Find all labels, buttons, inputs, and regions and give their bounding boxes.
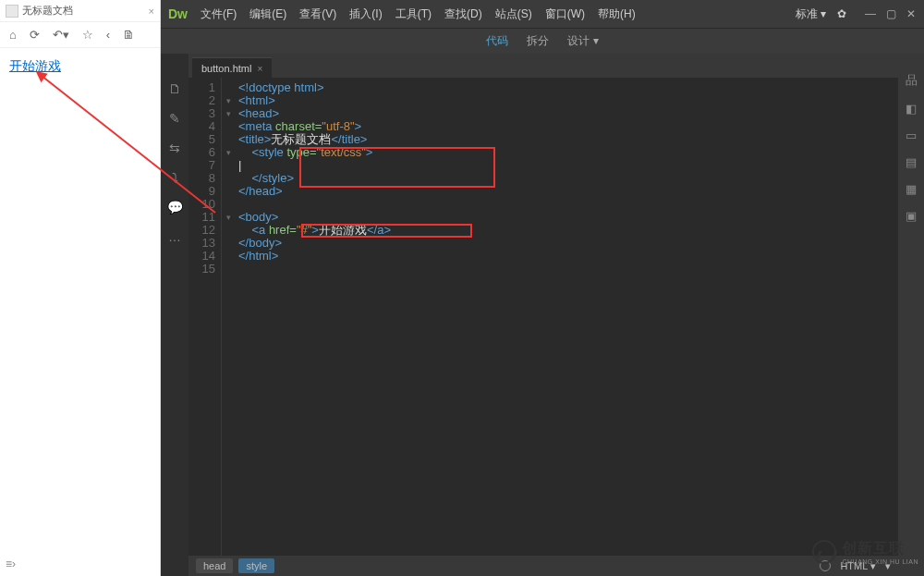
annotation-box-style bbox=[299, 147, 495, 188]
tab-label: button.html bbox=[201, 63, 251, 74]
menu-tools[interactable]: 工具(T) bbox=[395, 6, 432, 22]
annotation-box-anchor bbox=[301, 224, 472, 238]
preview-panel: 无标题文档 × ⌂ ⟳ ↶▾ ☆ ‹ 🗎 开始游戏 bbox=[0, 0, 161, 576]
code-editor: button.html × 123 456 789 101112 131415 … bbox=[188, 54, 898, 576]
edit-icon[interactable]: ✎ bbox=[169, 111, 180, 126]
panel-icon-1[interactable]: 品 bbox=[906, 72, 918, 89]
panel-icon-4[interactable]: ▤ bbox=[906, 155, 917, 169]
line-numbers: 123 456 789 101112 131415 bbox=[188, 78, 222, 556]
home-icon[interactable]: ⌂ bbox=[9, 28, 17, 42]
menu-help[interactable]: 帮助(H) bbox=[598, 6, 636, 22]
panel-icon-2[interactable]: ◧ bbox=[906, 102, 917, 116]
reload-icon[interactable]: ⟳ bbox=[30, 28, 40, 42]
close-icon[interactable]: × bbox=[149, 6, 154, 17]
left-toolbar: 🗋 ✎ ⇆ ⤵ 💬 … bbox=[161, 54, 188, 576]
preview-titlebar: 无标题文档 × bbox=[0, 0, 160, 22]
doc-icon[interactable]: 🗎 bbox=[123, 28, 135, 42]
gear-icon[interactable]: ✿ bbox=[837, 7, 846, 20]
preview-content: 开始游戏 bbox=[0, 48, 160, 84]
tab-close-icon[interactable]: × bbox=[257, 64, 262, 74]
wrap-icon[interactable]: ⤵ bbox=[172, 170, 178, 185]
dreamweaver-window: Dw 文件(F) 编辑(E) 查看(V) 插入(I) 工具(T) 查找(D) 站… bbox=[161, 0, 924, 576]
swap-icon[interactable]: ⇆ bbox=[169, 141, 180, 155]
crumb-style[interactable]: style bbox=[238, 558, 274, 573]
close-window-icon[interactable]: ✕ bbox=[906, 7, 917, 20]
view-switcher: 代码 拆分 设计 ▾ bbox=[161, 28, 924, 54]
menu-window[interactable]: 窗口(W) bbox=[545, 6, 585, 22]
tab-button-html[interactable]: button.html × bbox=[192, 57, 272, 78]
code-lines[interactable]: <!doctype html> <html> <head> <meta char… bbox=[235, 78, 898, 556]
window-controls: — ▢ ✕ bbox=[865, 7, 917, 20]
dw-logo: Dw bbox=[168, 6, 188, 21]
editor-body: 🗋 ✎ ⇆ ⤵ 💬 … button.html × 123 456 789 10… bbox=[161, 54, 924, 576]
panel-icon-3[interactable]: ▭ bbox=[906, 129, 917, 142]
status-bar: head style HTML ▾ ▾ bbox=[188, 556, 898, 576]
view-design[interactable]: 设计 ▾ bbox=[567, 33, 598, 49]
preview-toolbar: ⌂ ⟳ ↶▾ ☆ ‹ 🗎 bbox=[0, 22, 160, 48]
view-split[interactable]: 拆分 bbox=[527, 33, 549, 49]
more-icon[interactable]: … bbox=[168, 229, 181, 244]
bottom-left-icon[interactable]: ≡› bbox=[6, 558, 16, 570]
prev-icon[interactable]: ‹ bbox=[106, 28, 110, 42]
menubar: Dw 文件(F) 编辑(E) 查看(V) 插入(I) 工具(T) 查找(D) 站… bbox=[161, 0, 924, 28]
watermark-text: 创新互联 bbox=[842, 539, 918, 558]
panel-icon-6[interactable]: ▣ bbox=[906, 209, 917, 223]
preview-link[interactable]: 开始游戏 bbox=[9, 58, 61, 73]
menu-find[interactable]: 查找(D) bbox=[444, 6, 482, 22]
menu-insert[interactable]: 插入(I) bbox=[349, 6, 382, 22]
comment-icon[interactable]: 💬 bbox=[167, 200, 183, 214]
view-code[interactable]: 代码 bbox=[486, 33, 508, 49]
menu-view[interactable]: 查看(V) bbox=[299, 6, 336, 22]
file-icon[interactable]: 🗋 bbox=[168, 81, 181, 96]
preview-title: 无标题文档 bbox=[22, 4, 73, 18]
watermark: 创新互联 CHUANG XIN HU LIAN bbox=[812, 539, 918, 565]
menu-edit[interactable]: 编辑(E) bbox=[249, 6, 286, 22]
crumb-head[interactable]: head bbox=[196, 558, 233, 573]
back-icon[interactable]: ↶▾ bbox=[53, 28, 69, 42]
watermark-logo-icon bbox=[812, 540, 836, 564]
document-icon bbox=[6, 5, 18, 18]
watermark-subtext: CHUANG XIN HU LIAN bbox=[842, 558, 918, 565]
minimize-icon[interactable]: — bbox=[865, 7, 876, 20]
layout-selector[interactable]: 标准 ▾ bbox=[796, 6, 826, 22]
menu-file[interactable]: 文件(F) bbox=[201, 6, 237, 22]
tab-bar: button.html × bbox=[188, 54, 898, 78]
right-toolbar: 品 ◧ ▭ ▤ ▦ ▣ bbox=[898, 54, 924, 576]
maximize-icon[interactable]: ▢ bbox=[885, 7, 896, 20]
code-area[interactable]: 123 456 789 101112 131415 ▾▾ ▾ ▾ <!docty… bbox=[188, 78, 898, 556]
star-icon[interactable]: ☆ bbox=[82, 28, 93, 42]
fold-gutter: ▾▾ ▾ ▾ bbox=[222, 78, 235, 556]
menu-site[interactable]: 站点(S) bbox=[495, 6, 532, 22]
panel-icon-5[interactable]: ▦ bbox=[906, 182, 917, 196]
